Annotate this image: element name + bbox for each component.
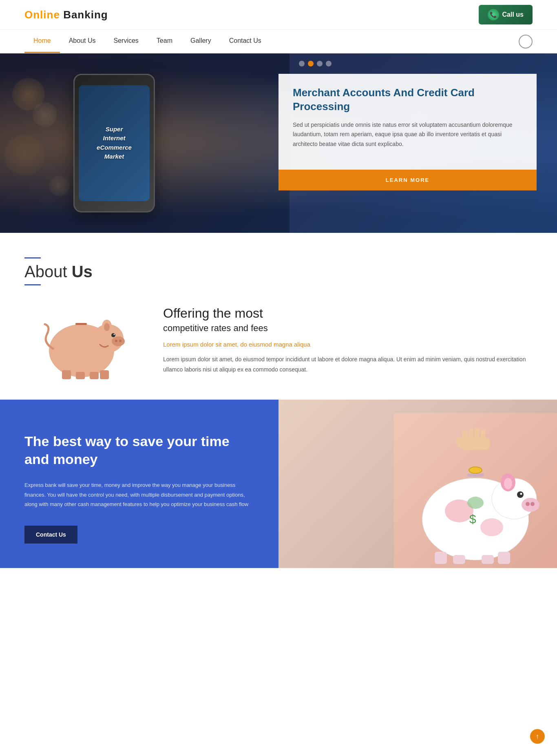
slide-dot-1[interactable] <box>299 61 305 66</box>
nav-links: Home About Us Services Team Gallery Cont… <box>24 30 270 53</box>
svg-point-19 <box>467 497 484 509</box>
svg-text:$: $ <box>469 512 476 526</box>
bokeh-2 <box>33 102 57 127</box>
blue-title: The best way to save your time and money <box>24 432 254 468</box>
svg-point-2 <box>112 336 125 346</box>
piggy-bank-illustration <box>37 302 126 379</box>
piggy-bank-2-illustration: $ <box>394 413 557 568</box>
logo: Online Banking <box>24 9 108 21</box>
nav-item-services[interactable]: Services <box>105 30 148 53</box>
nav-link-home[interactable]: Home <box>24 30 60 53</box>
svg-point-25 <box>520 493 522 495</box>
bokeh-4 <box>49 176 69 196</box>
navbar: Home About Us Services Team Gallery Cont… <box>0 30 557 53</box>
svg-point-18 <box>480 518 503 536</box>
hero-description: Sed ut perspiciatis unde omnis iste natu… <box>293 120 522 149</box>
nav-link-gallery[interactable]: Gallery <box>181 30 220 52</box>
nav-link-services[interactable]: Services <box>105 30 148 52</box>
phone-icon: 📞 <box>488 9 499 20</box>
nav-item-team[interactable]: Team <box>148 30 181 53</box>
about-heading: Offering the most <box>163 306 533 321</box>
hero-title: Merchant Accounts And Credit Card Proces… <box>293 86 522 114</box>
svg-rect-39 <box>481 429 485 442</box>
svg-rect-10 <box>76 372 85 379</box>
svg-rect-31 <box>482 555 494 564</box>
slide-dot-2[interactable] <box>308 61 314 66</box>
svg-point-4 <box>119 340 122 342</box>
blue-section: The best way to save your time and money… <box>0 400 557 568</box>
about-title-light: About <box>24 263 72 281</box>
hero-section: Super Internet eCommerce Market Merchant… <box>0 53 557 233</box>
svg-point-22 <box>526 502 530 506</box>
about-content: Offering the most competitive rates and … <box>24 302 533 379</box>
phone-screen: Super Internet eCommerce Market <box>79 85 150 201</box>
hero-dots <box>278 53 557 74</box>
svg-point-34 <box>469 467 482 473</box>
svg-rect-12 <box>100 370 109 379</box>
nav-link-about[interactable]: About Us <box>60 30 105 52</box>
svg-point-6 <box>114 334 115 335</box>
svg-point-8 <box>104 323 110 331</box>
blue-description: Express bank will save your time, money … <box>24 480 254 509</box>
about-highlight: Lorem ipsum dolor sit amet, do eiusmod m… <box>163 341 533 348</box>
blue-right-panel: $ <box>278 400 557 568</box>
svg-rect-30 <box>453 555 465 564</box>
hero-text-box: Merchant Accounts And Credit Card Proces… <box>278 74 537 170</box>
search-icon[interactable] <box>519 35 533 49</box>
svg-point-23 <box>530 502 535 506</box>
svg-point-5 <box>111 333 115 337</box>
contact-us-button[interactable]: Contact Us <box>24 526 77 544</box>
slide-dot-4[interactable] <box>326 61 332 66</box>
svg-rect-37 <box>469 429 473 442</box>
about-image <box>24 302 139 379</box>
blue-left-panel: The best way to save your time and money… <box>0 400 278 568</box>
learn-more-button[interactable]: LEARN MORE <box>278 170 537 190</box>
about-body: Lorem ipsum dolor sit amet, do eiusmod t… <box>163 354 533 375</box>
nav-item-about[interactable]: About Us <box>60 30 105 53</box>
nav-link-contact[interactable]: Contact Us <box>220 30 270 52</box>
nav-link-team[interactable]: Team <box>148 30 181 52</box>
logo-online: Online <box>24 9 60 21</box>
svg-point-24 <box>517 491 524 498</box>
logo-banking: Banking <box>60 9 108 21</box>
svg-rect-11 <box>90 372 99 379</box>
svg-point-3 <box>115 340 117 342</box>
about-subheading: competitive rates and fees <box>163 323 533 334</box>
hero-phone-device: Super Internet eCommerce Market <box>73 74 155 212</box>
svg-rect-29 <box>435 552 447 564</box>
about-title-bold: Us <box>72 263 93 281</box>
bokeh-3 <box>4 135 45 176</box>
about-section: About Us <box>0 233 557 400</box>
svg-rect-38 <box>475 428 480 441</box>
svg-point-27 <box>504 478 512 489</box>
hero-content: Merchant Accounts And Credit Card Proces… <box>278 53 557 233</box>
svg-rect-33 <box>467 473 484 477</box>
call-us-button[interactable]: 📞 Call us <box>479 5 533 24</box>
nav-item-contact[interactable]: Contact Us <box>220 30 270 53</box>
about-text: Offering the most competitive rates and … <box>163 302 533 375</box>
svg-point-21 <box>522 498 539 512</box>
nav-item-gallery[interactable]: Gallery <box>181 30 220 53</box>
phone-screen-text: Super Internet eCommerce Market <box>97 125 132 161</box>
about-title: About Us <box>24 257 533 285</box>
svg-rect-13 <box>75 323 87 325</box>
svg-rect-32 <box>498 552 510 564</box>
call-us-label: Call us <box>502 11 524 18</box>
slide-dot-3[interactable] <box>317 61 323 66</box>
nav-item-home[interactable]: Home <box>24 30 60 53</box>
svg-rect-9 <box>62 370 71 379</box>
header: Online Banking 📞 Call us <box>0 0 557 30</box>
blue-text-content: The best way to save your time and money… <box>24 432 254 526</box>
